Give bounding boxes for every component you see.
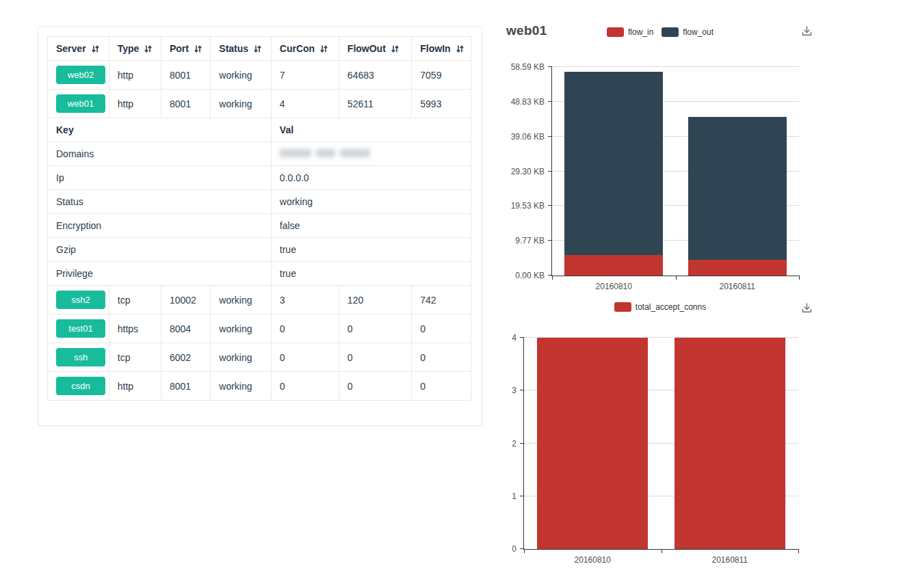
- y-axis-tick: [520, 496, 524, 496]
- column-label: FlowIn: [420, 43, 450, 54]
- cell-flowout: 0: [339, 343, 411, 372]
- dashboard-page: ServerTypePortStatusCurConFlowOutFlowIn …: [0, 0, 916, 588]
- x-axis-label: 20160810: [575, 555, 611, 565]
- cell-type: http: [109, 372, 161, 401]
- table-row: csdnhttp8001working000: [48, 372, 471, 401]
- cell-status: working: [211, 315, 272, 343]
- column-header-status[interactable]: Status: [211, 37, 272, 61]
- table-row: test01https8004working000: [48, 315, 471, 343]
- cell-curcon: 4: [271, 90, 339, 118]
- legend-label: flow_out: [683, 27, 714, 37]
- y-axis-label: 0.00 KB: [515, 271, 545, 280]
- cell-server: csdn: [48, 372, 109, 401]
- server-badge[interactable]: test01: [56, 319, 105, 338]
- cell-flowout: 0: [339, 372, 411, 401]
- kv-row: Statusworking: [48, 190, 471, 214]
- chart-legend: flow_inflow_out: [499, 27, 821, 37]
- bar-flow_out-20160810[interactable]: [564, 72, 663, 254]
- column-header-curcon[interactable]: CurCon: [271, 37, 339, 61]
- kv-key-header: Key: [48, 118, 272, 142]
- server-rows-bottom: ssh2tcp10002working3120742test01https800…: [48, 286, 471, 401]
- column-header-flowout[interactable]: FlowOut: [339, 37, 411, 61]
- server-badge[interactable]: web02: [56, 66, 105, 84]
- y-axis-label: 1: [512, 492, 516, 501]
- cell-server: ssh2: [48, 286, 109, 315]
- cell-port: 8001: [161, 372, 210, 401]
- column-header-server[interactable]: Server: [48, 37, 109, 61]
- x-axis-tick: [524, 549, 525, 553]
- y-axis-label: 0: [512, 544, 516, 554]
- cell-flowin: 7059: [412, 61, 471, 90]
- y-axis-tick: [548, 66, 552, 67]
- chart-legend: total_accept_conns: [499, 302, 821, 312]
- server-table: ServerTypePortStatusCurConFlowOutFlowIn …: [47, 36, 471, 401]
- cell-flowout: 64683: [339, 61, 411, 90]
- legend-item-flow_in[interactable]: flow_in: [607, 27, 653, 37]
- column-label: Port: [170, 43, 189, 54]
- cell-status: working: [211, 90, 272, 118]
- bar-flow_out-20160811[interactable]: [688, 117, 787, 260]
- column-label: Server: [56, 43, 86, 54]
- column-header-port[interactable]: Port: [161, 37, 210, 61]
- cell-status: working: [211, 61, 272, 90]
- server-badge[interactable]: ssh2: [56, 291, 105, 309]
- legend-label: flow_in: [628, 27, 653, 37]
- kv-section: Key Val: [48, 118, 471, 142]
- kv-val: 0.0.0.0: [271, 166, 471, 190]
- kv-key: Ip: [48, 166, 272, 190]
- bar-total_accept_conns-20160810[interactable]: [537, 338, 648, 549]
- cell-status: working: [211, 343, 272, 372]
- kv-val: [271, 142, 471, 166]
- y-axis-tick: [520, 443, 524, 444]
- plot-area: 0.00 KB9.77 KB19.53 KB29.30 KB39.06 KB48…: [551, 67, 799, 276]
- column-label: Status: [219, 43, 248, 54]
- legend-item-total_accept_conns[interactable]: total_accept_conns: [614, 302, 706, 312]
- kv-row: Ip0.0.0.0: [48, 166, 471, 190]
- kv-val: true: [271, 238, 471, 262]
- cell-port: 8001: [161, 61, 210, 90]
- legend-swatch: [607, 27, 624, 37]
- sort-icon: [194, 44, 202, 53]
- kv-key: Status: [48, 190, 272, 214]
- cell-flowin: 5993: [412, 90, 471, 118]
- cell-status: working: [211, 372, 272, 401]
- cell-port: 6002: [161, 343, 210, 372]
- kv-key: Gzip: [48, 238, 272, 262]
- y-axis-tick: [548, 171, 552, 172]
- redacted-domains-value: [280, 148, 370, 158]
- column-label: FlowOut: [348, 43, 386, 54]
- server-badge[interactable]: web01: [56, 94, 105, 113]
- x-axis-label: 20160810: [596, 282, 632, 291]
- gridline: [552, 66, 799, 67]
- server-detail-card: ServerTypePortStatusCurConFlowOutFlowIn …: [38, 26, 482, 426]
- save-as-image-icon[interactable]: [800, 25, 814, 39]
- y-axis-label: 48.83 KB: [511, 97, 545, 107]
- x-axis-tick: [676, 276, 677, 280]
- column-header-type[interactable]: Type: [109, 37, 161, 61]
- y-axis-label: 3: [512, 386, 516, 395]
- legend-swatch: [662, 27, 679, 37]
- cell-type: tcp: [109, 343, 161, 372]
- bar-flow_in-20160811[interactable]: [688, 260, 787, 276]
- cell-server: web01: [48, 90, 109, 118]
- sort-icon: [319, 44, 328, 53]
- y-axis-tick: [548, 205, 552, 206]
- y-axis-label: 9.77 KB: [515, 236, 545, 245]
- plot-area: 012342016081020160811: [523, 338, 798, 550]
- bar-total_accept_conns-20160811[interactable]: [675, 338, 785, 549]
- kv-val: working: [271, 190, 471, 214]
- column-header-flowin[interactable]: FlowIn: [412, 37, 471, 61]
- kv-row: Privilegetrue: [48, 262, 471, 286]
- x-axis-label: 20160811: [720, 282, 756, 291]
- connections-chart: total_accept_conns 012342016081020160811: [499, 294, 821, 576]
- bar-flow_in-20160810[interactable]: [564, 255, 663, 276]
- server-badge[interactable]: csdn: [56, 377, 105, 395]
- cell-flowin: 0: [412, 343, 471, 372]
- cell-curcon: 7: [271, 61, 339, 90]
- cell-type: http: [109, 90, 161, 118]
- legend-item-flow_out[interactable]: flow_out: [662, 27, 714, 37]
- y-axis-label: 39.06 KB: [511, 132, 545, 142]
- server-badge[interactable]: ssh: [56, 348, 105, 366]
- save-as-image-icon[interactable]: [800, 302, 814, 316]
- y-axis-label: 58.59 KB: [511, 62, 545, 72]
